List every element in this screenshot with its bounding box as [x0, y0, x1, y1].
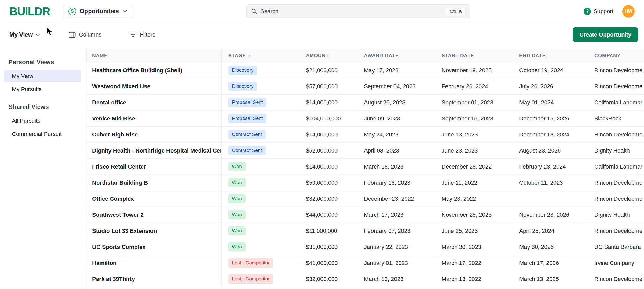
stage-badge: Won — [228, 194, 246, 203]
end-date-cell: February 28, 2024 — [513, 159, 588, 175]
start-date-cell: June 23, 2023 — [435, 143, 513, 158]
opportunity-name[interactable]: Studio Lot 33 Extension — [85, 223, 222, 239]
table-row[interactable]: Park at 39ThirtyLost - Competitor$32,000… — [85, 271, 644, 287]
search-placeholder: Search — [260, 8, 279, 15]
company-cell: Rincon Developme — [588, 191, 644, 207]
amount-cell: $14,000,000 — [299, 159, 357, 175]
company-cell: California Landmar — [588, 159, 644, 175]
stage-cell: Won — [222, 175, 299, 191]
amount-cell: $32,000,000 — [299, 271, 357, 287]
amount-cell: $32,000,000 — [299, 191, 357, 207]
opportunity-name[interactable]: Hamilton — [85, 255, 222, 271]
sidebar-item-my-pursuits[interactable]: My Pursuits — [4, 83, 81, 96]
table-row[interactable]: UC Sports ComplexWon$31,000,000January 2… — [85, 239, 644, 255]
stage-cell: Won — [222, 159, 299, 175]
company-cell: Irvine Company — [588, 255, 644, 271]
opportunity-name[interactable]: Healthcare Office Building (Shell) — [85, 62, 222, 78]
opportunity-name[interactable]: Northstar Building B — [85, 175, 222, 191]
column-header-company[interactable]: Company — [588, 49, 644, 62]
amount-cell: $104,000,000 — [299, 111, 357, 126]
column-header-start-date[interactable]: Start Date — [435, 49, 513, 62]
table-row[interactable]: Venice Mid RiseProposal Sent$104,000,000… — [85, 111, 644, 127]
end-date-cell: December 15, 2026 — [513, 111, 588, 126]
table-row[interactable]: Dignity Health - Northridge Hospital Med… — [85, 143, 644, 159]
amount-cell: $59,000,000 — [299, 175, 357, 191]
award-date-cell: January 01, 2023 — [357, 255, 435, 271]
table-row[interactable]: Westwood Mixed UseDiscovery$57,000,000Se… — [85, 78, 644, 95]
column-header-name[interactable]: Name — [85, 49, 222, 62]
table-row[interactable]: Healthcare Office Building (Shell)Discov… — [85, 62, 644, 78]
opportunity-name[interactable]: Southwest Tower 2 — [85, 207, 222, 223]
company-cell: Rincon Developme — [588, 127, 644, 142]
amount-cell: $41,000,000 — [299, 255, 357, 271]
opportunity-name[interactable]: Venice Mid Rise — [85, 111, 222, 126]
start-date-cell: June 11, 2022 — [435, 175, 513, 191]
start-date-cell: November 28, 2023 — [435, 207, 513, 223]
filters-button[interactable]: Filters — [130, 31, 155, 38]
stage-badge: Lost - Competitor — [228, 258, 273, 268]
sidebar-item-all-pursuits[interactable]: All Pursuits — [4, 115, 81, 127]
end-date-cell: July 26, 2026 — [513, 78, 588, 94]
opportunity-name[interactable]: Park at 39Thirty — [85, 271, 222, 287]
sidebar-item-commercial-pursuit[interactable]: Commercial Pursuit — [4, 128, 81, 140]
opportunity-name[interactable]: Office Complex — [85, 191, 222, 207]
opportunity-name[interactable]: UC Sports Complex — [85, 239, 222, 255]
stage-badge: Proposal Sent — [228, 114, 266, 123]
create-opportunity-button[interactable]: Create Opportunity — [573, 27, 638, 42]
column-header-amount[interactable]: Amount — [299, 49, 357, 62]
stage-cell: Proposal Sent — [222, 95, 299, 110]
user-avatar[interactable]: HW — [622, 5, 635, 18]
column-header-stage[interactable]: Stage↑ — [222, 49, 299, 62]
column-label: Name — [92, 53, 107, 59]
column-header-award-date[interactable]: Award Date — [357, 49, 435, 62]
company-cell: Rincon Developme — [588, 62, 644, 78]
amount-cell: $52,000,000 — [299, 143, 357, 158]
sidebar-item-my-view[interactable]: My View — [4, 70, 81, 82]
award-date-cell: June 09, 2023 — [357, 111, 435, 126]
opportunity-name[interactable]: Frisco Retail Center — [85, 159, 222, 175]
search-input[interactable]: Search Ctrl K — [246, 4, 470, 18]
table-row[interactable]: Frisco Retail CenterWon$14,000,000March … — [85, 159, 644, 175]
table-row[interactable]: Office ComplexWon$32,000,000December 23,… — [85, 191, 644, 207]
table-row[interactable]: Studio Lot 33 ExtensionWon$11,000,000Feb… — [85, 223, 644, 239]
table-area: NameStage↑AmountAward DateStart DateEnd … — [85, 47, 644, 289]
support-button[interactable]: ? Support — [584, 8, 613, 15]
search-icon — [251, 8, 257, 15]
table-row[interactable]: Culver High RiseContract Sent$14,000,000… — [85, 127, 644, 143]
company-cell: Rincon Developme — [588, 175, 644, 191]
end-date-cell: March 13, 2025 — [513, 271, 588, 287]
opportunities-dropdown[interactable]: $ Opportunities — [63, 5, 133, 18]
stage-cell: Lost - Competitor — [222, 255, 299, 271]
company-cell: Dignity Health — [588, 143, 644, 158]
column-header-end-date[interactable]: End Date — [513, 49, 588, 62]
table-row[interactable]: Dental officeProposal Sent$14,000,000Aug… — [85, 95, 644, 111]
stage-cell: Discovery — [222, 78, 299, 94]
start-date-cell: September 01, 2023 — [435, 95, 513, 110]
amount-cell: $31,000,000 — [299, 239, 357, 255]
opportunity-name[interactable]: Westwood Mixed Use — [85, 78, 222, 94]
table-row[interactable]: Northstar Building BWon$59,000,000Februa… — [85, 175, 644, 191]
award-date-cell: March 13, 2023 — [357, 271, 435, 287]
filter-icon — [130, 32, 136, 38]
award-date-cell: February 18, 2023 — [357, 175, 435, 191]
columns-button[interactable]: Columns — [69, 31, 101, 38]
stage-badge: Won — [228, 178, 246, 187]
stage-cell: Contract Sent — [222, 143, 299, 158]
end-date-cell: November 28, 2026 — [513, 207, 588, 223]
stage-cell: Discovery — [222, 62, 299, 78]
start-date-cell: February 26, 2024 — [435, 78, 513, 94]
company-cell: Rincon Developme — [588, 78, 644, 94]
view-dropdown[interactable]: My View — [9, 31, 40, 38]
company-cell: Dignity Health — [588, 207, 644, 223]
amount-cell: $21,000,000 — [299, 62, 357, 78]
table-row[interactable]: Southwest Tower 2Won$44,000,000March 17,… — [85, 207, 644, 223]
opportunity-name[interactable]: Culver High Rise — [85, 127, 222, 142]
amount-cell: $14,000,000 — [299, 127, 357, 142]
award-date-cell: December 23, 2022 — [357, 191, 435, 207]
opportunity-name[interactable]: Dental office — [85, 95, 222, 110]
stage-badge: Lost - Competitor — [228, 274, 273, 284]
table-row[interactable]: HamiltonLost - Competitor$41,000,000Janu… — [85, 255, 644, 271]
start-date-cell: June 13, 2023 — [435, 127, 513, 142]
end-date-cell: April 25, 2024 — [513, 223, 588, 239]
opportunity-name[interactable]: Dignity Health - Northridge Hospital Med… — [85, 143, 222, 158]
